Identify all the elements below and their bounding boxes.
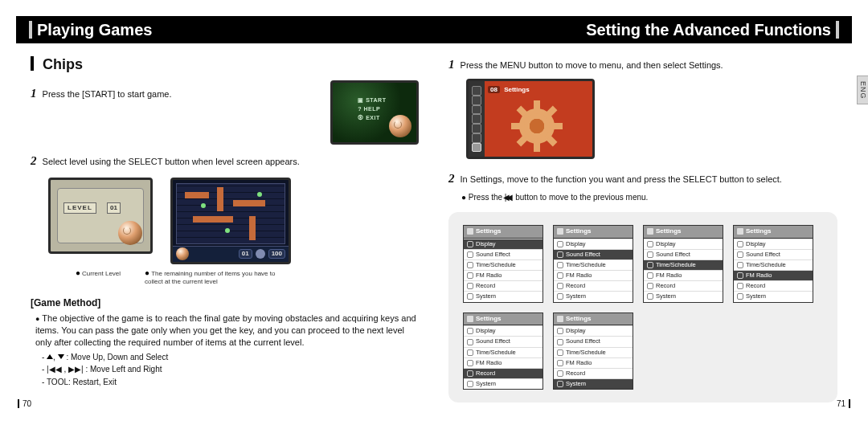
settings-row-icon — [647, 251, 653, 258]
controls-list: , : Move Up, Down and Select |◀◀ , ▶▶| :… — [42, 352, 419, 388]
settings-row-icon — [737, 283, 743, 289]
settings-row[interactable]: Record — [644, 280, 723, 291]
back-icon[interactable] — [647, 228, 653, 235]
sidebar-icon[interactable] — [472, 124, 481, 133]
settings-row-icon — [467, 328, 473, 334]
settings-row-label: Record — [476, 282, 495, 290]
settings-row[interactable]: Record — [464, 368, 542, 378]
back-icon[interactable] — [557, 316, 563, 322]
settings-row-label: Time/Schedule — [566, 349, 606, 357]
skip-prev-icon: |◀◀ — [47, 365, 62, 374]
menu-item-exit[interactable]: ⦿ EXIT — [358, 114, 386, 121]
settings-row-label: System — [656, 292, 676, 300]
settings-row[interactable]: System — [464, 291, 542, 301]
settings-panel: SettingsDisplaySound EffectTime/Schedule… — [553, 225, 633, 303]
settings-row-icon — [467, 360, 473, 366]
settings-row[interactable]: System — [644, 291, 723, 301]
gameplay-screen: 01 100 — [170, 178, 291, 264]
settings-row[interactable]: Display — [554, 239, 633, 249]
settings-row-icon — [737, 293, 743, 300]
settings-panel-grid: SettingsDisplaySound EffectTime/Schedule… — [463, 225, 823, 390]
triangle-up-icon — [47, 354, 53, 359]
callout-current-level: ●Current Level — [76, 268, 121, 288]
settings-row[interactable]: FM Radio — [464, 270, 542, 280]
settings-row-label: System — [746, 292, 766, 300]
step-2-right: 2 In Settings, move to the function you … — [448, 170, 837, 186]
back-icon[interactable] — [557, 228, 563, 235]
settings-row[interactable]: Display — [554, 325, 633, 336]
settings-row[interactable]: Display — [644, 239, 723, 249]
back-icon[interactable] — [737, 228, 743, 235]
settings-row-label: Time/Schedule — [746, 261, 786, 269]
settings-row[interactable]: Display — [464, 325, 542, 336]
settings-row[interactable]: Display — [464, 239, 542, 249]
settings-index: 08 — [488, 86, 500, 93]
settings-row[interactable]: Time/Schedule — [734, 259, 813, 270]
settings-row-icon — [557, 349, 563, 356]
settings-row[interactable]: Time/Schedule — [464, 259, 542, 270]
settings-row[interactable]: Display — [734, 239, 813, 249]
sidebar-icon[interactable] — [472, 86, 481, 96]
settings-row-label: Display — [476, 240, 496, 248]
settings-row-label: Sound Effect — [746, 251, 780, 259]
chips-ball-icon — [118, 221, 142, 245]
settings-row[interactable]: Sound Effect — [734, 249, 813, 259]
settings-row[interactable]: System — [464, 378, 542, 389]
header-title-right: Setting the Advanced Functions — [586, 21, 831, 39]
settings-row[interactable]: FM Radio — [554, 270, 633, 280]
settings-row-label: FM Radio — [656, 272, 682, 280]
settings-row[interactable]: Sound Effect — [644, 249, 723, 259]
settings-panel: SettingsDisplaySound EffectTime/Schedule… — [733, 225, 813, 303]
sidebar-icon[interactable] — [472, 105, 481, 115]
level-label: LEVEL — [63, 202, 96, 214]
header-ornament-right — [836, 21, 839, 39]
settings-row[interactable]: System — [554, 291, 633, 301]
settings-row-icon — [467, 339, 473, 345]
sidebar-icon[interactable] — [472, 96, 481, 105]
back-icon[interactable] — [467, 316, 473, 322]
settings-row[interactable]: Sound Effect — [554, 249, 633, 259]
settings-row[interactable]: Record — [554, 280, 633, 291]
step-number-2: 2 — [31, 154, 37, 167]
sidebar-icon[interactable] — [472, 114, 481, 124]
menu-item-start[interactable]: ▣ START — [358, 96, 386, 104]
settings-row[interactable]: Record — [734, 280, 813, 291]
settings-panel-header: Settings — [734, 226, 813, 239]
settings-row[interactable]: FM Radio — [464, 357, 542, 368]
header-ornament-left — [29, 21, 32, 39]
settings-row-label: Time/Schedule — [566, 261, 606, 269]
settings-panel-title: Settings — [746, 227, 772, 236]
sidebar-icon[interactable] — [472, 133, 481, 143]
settings-row[interactable]: Sound Effect — [464, 336, 542, 346]
settings-row[interactable]: Record — [554, 368, 633, 378]
settings-row[interactable]: Time/Schedule — [464, 347, 542, 357]
sidebar-icon-selected[interactable] — [472, 143, 481, 153]
settings-row[interactable]: FM Radio — [554, 357, 633, 368]
back-icon[interactable] — [467, 228, 473, 235]
page-71: 1 Press the MENU button to move to menu,… — [434, 43, 852, 409]
settings-row-icon — [467, 262, 473, 268]
step-number-1: 1 — [448, 58, 455, 71]
step-2: 2 Select level using the SELECT button w… — [31, 153, 419, 169]
settings-row[interactable]: Sound Effect — [554, 336, 633, 346]
settings-row[interactable]: Time/Schedule — [644, 259, 723, 270]
hint-prevnext: |◀◀ , ▶▶| : Move Left and Right — [42, 364, 419, 375]
settings-row[interactable]: System — [734, 291, 813, 301]
settings-row[interactable]: Time/Schedule — [554, 259, 633, 270]
section-bar-icon — [31, 56, 34, 71]
settings-row[interactable]: FM Radio — [644, 270, 723, 280]
skip-next-icon: ▶▶| — [68, 365, 84, 374]
settings-row[interactable]: Record — [464, 280, 542, 291]
settings-row[interactable]: Sound Effect — [464, 249, 542, 259]
settings-row-icon — [557, 381, 563, 387]
settings-row-icon — [557, 360, 563, 366]
settings-row[interactable]: System — [554, 378, 633, 389]
settings-row[interactable]: FM Radio — [734, 270, 813, 280]
settings-panel-header: Settings — [464, 226, 542, 239]
settings-panel-title: Settings — [476, 227, 502, 236]
settings-row-icon — [557, 283, 563, 289]
settings-row-icon — [557, 251, 563, 258]
settings-row[interactable]: Time/Schedule — [554, 347, 633, 357]
menu-item-help[interactable]: ? HELP — [358, 105, 386, 112]
header-bar: Playing Games Setting the Advanced Funct… — [16, 16, 852, 43]
